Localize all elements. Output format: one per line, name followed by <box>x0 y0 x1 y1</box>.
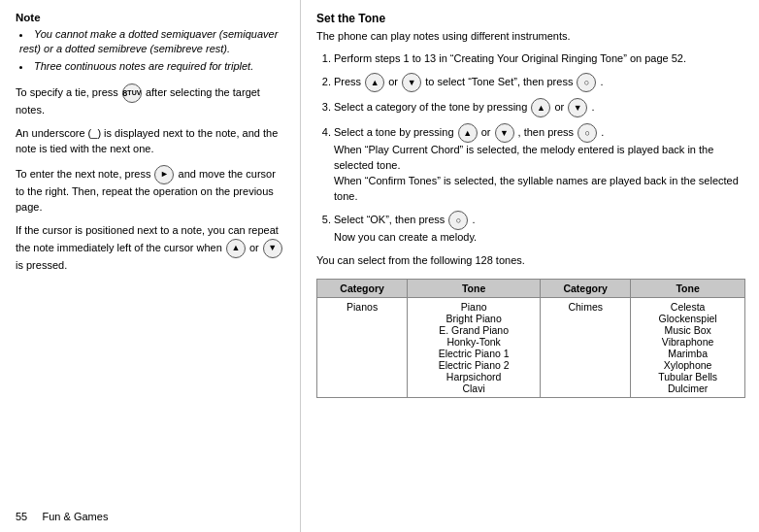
steps-intro: The phone can play notes using different… <box>316 29 745 44</box>
center-button-s5: ○ <box>448 211 468 230</box>
category-chimes: Chimes <box>541 297 631 397</box>
section-title: Set the Tone <box>316 12 745 25</box>
left-column: Note You cannot make a dotted semiquaver… <box>0 0 301 532</box>
up-nav-button-s2: ▲ <box>365 73 384 92</box>
closing-text: You can select from the following 128 to… <box>316 253 745 269</box>
step-5-after: . <box>472 214 475 225</box>
col-header-tone2: Tone <box>631 279 745 297</box>
para-repeat: If the cursor is positioned next to a no… <box>16 223 286 274</box>
step-5-note: Now you can create a melody. <box>334 231 477 243</box>
step-2-or: or <box>388 76 398 87</box>
up-nav-button-left: ▲ <box>226 239 246 258</box>
col-header-cat2: Category <box>541 279 631 297</box>
para-repeat-or: or <box>249 242 259 253</box>
right-nav-button-s3: ▼ <box>568 98 587 117</box>
step-3-after: . <box>591 101 594 113</box>
down-nav-button-s4: ▼ <box>495 123 514 143</box>
step-4-after: . <box>601 126 604 138</box>
step-5-before: Select “OK”, then press <box>334 214 445 225</box>
tones-chimes: CelestaGlockenspielMusic BoxVibraphoneMa… <box>631 297 745 397</box>
note-list: You cannot make a dotted semiquaver (sem… <box>16 27 286 74</box>
step-1-text: Perform steps 1 to 13 in “Creating Your … <box>334 52 686 64</box>
section-name: Fun & Games <box>43 511 109 522</box>
step-4: Select a tone by pressing ▲ or ▼ , then … <box>334 123 745 205</box>
para-next-note: To enter the next note, press ► and move… <box>16 165 286 216</box>
note-item-1: You cannot make a dotted semiquaver (sem… <box>19 27 286 57</box>
down-nav-button-s2: ▼ <box>402 73 421 92</box>
step-2-before: Press <box>334 76 361 87</box>
center-button-s4: ○ <box>578 123 597 143</box>
step-4-or: or <box>481 126 491 138</box>
step-5: Select “OK”, then press ○ . Now you can … <box>334 211 745 246</box>
para-tie: To specify a tie, press 8TUV after selec… <box>16 83 286 118</box>
note-item-2: Three continuous notes are required for … <box>19 59 286 74</box>
col-header-tone1: Tone <box>408 279 541 297</box>
para-tie-before: To specify a tie, press <box>16 86 118 98</box>
step-3-before: Select a category of the tone by pressin… <box>334 101 527 113</box>
step-2-after: . <box>601 76 604 87</box>
step-4-before: Select a tone by pressing <box>334 126 454 138</box>
para-repeat-end: is pressed. <box>16 259 67 271</box>
page-number: 55 <box>16 511 27 522</box>
step-2-mid: to select “Tone Set”, then press <box>425 76 573 87</box>
step-4-mid: , then press <box>518 126 574 138</box>
table-row-pianos-chimes: Pianos PianoBright PianoE. Grand PianoHo… <box>317 297 745 397</box>
tones-table: Category Tone Category Tone Pianos Piano… <box>316 279 745 398</box>
center-button-s2: ○ <box>577 73 596 92</box>
steps-list: Perform steps 1 to 13 in “Creating Your … <box>316 51 745 246</box>
tones-pianos: PianoBright PianoE. Grand PianoHonky-Ton… <box>408 297 541 397</box>
step-1: Perform steps 1 to 13 in “Creating Your … <box>334 51 745 67</box>
step-3: Select a category of the tone by pressin… <box>334 98 745 117</box>
tie-button: 8TUV <box>122 83 142 103</box>
step-4-note2: When “Confirm Tones” is selected, the sy… <box>334 175 739 202</box>
step-4-note1: When “Play Current Chord” is selected, t… <box>334 144 713 171</box>
step-3-or: or <box>554 101 564 113</box>
step-2: Press ▲ or ▼ to select “Tone Set”, then … <box>334 73 745 92</box>
right-nav-button: ► <box>154 165 174 184</box>
para-underscore: An underscore (_) is displayed next to t… <box>16 126 286 157</box>
up-nav-button-s4: ▲ <box>458 123 478 143</box>
category-pianos: Pianos <box>317 297 408 397</box>
right-column: Set the Tone The phone can play notes us… <box>301 0 759 532</box>
para-next-before: To enter the next note, press <box>16 168 150 180</box>
col-header-cat1: Category <box>317 279 408 297</box>
note-title: Note <box>16 12 286 23</box>
page-footer: 55 Fun & Games <box>16 511 108 522</box>
left-nav-button-s3: ▲ <box>531 98 550 117</box>
page-wrapper: Note You cannot make a dotted semiquaver… <box>0 0 759 532</box>
down-nav-button-left: ▼ <box>263 239 282 258</box>
